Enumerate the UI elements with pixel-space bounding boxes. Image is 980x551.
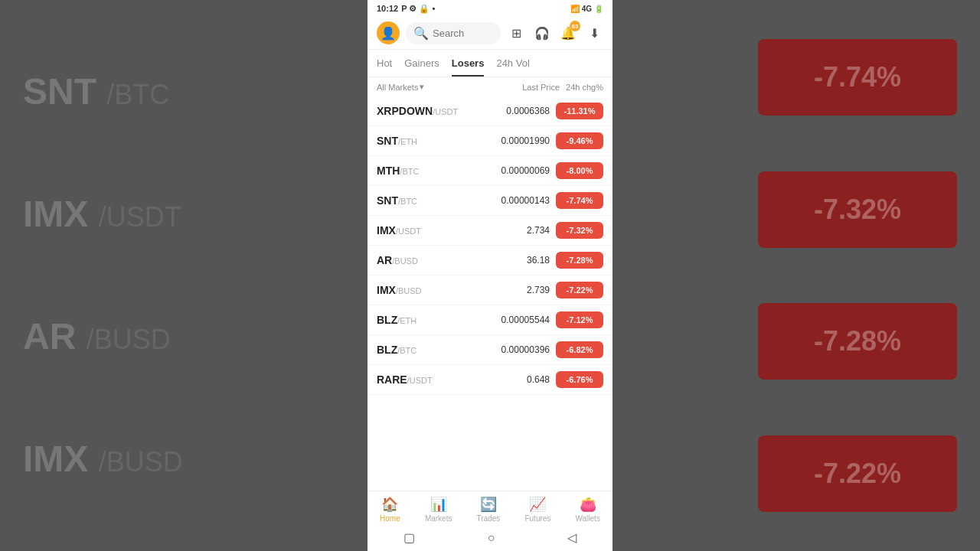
table-row[interactable]: AR/BUSD 36.18 -7.28% (368, 246, 612, 276)
qr-icon[interactable]: ⊞ (507, 24, 525, 42)
table-row[interactable]: IMX/BUSD 2.739 -7.22% (368, 276, 612, 305)
table-row[interactable]: RARE/USDT 0.648 -6.76% (368, 365, 612, 395)
bg-badge-3: -7.28% (758, 303, 957, 380)
futures-icon: 📈 (529, 496, 546, 513)
nav-futures[interactable]: 📈 Futures (524, 496, 550, 523)
table-row[interactable]: SNT/BTC 0.00000143 -7.74% (368, 186, 612, 216)
coin-price: 0.648 (481, 374, 550, 385)
trades-icon: 🔄 (480, 496, 497, 513)
tab-gainers[interactable]: Gainers (404, 54, 439, 77)
bg-text-1: SNT /BTC (23, 70, 169, 114)
status-time: 10:12 (377, 4, 398, 13)
nav-trades[interactable]: 🔄 Trades (477, 496, 501, 523)
coin-name: AR/BUSD (377, 253, 481, 267)
download-icon[interactable]: ⬇ (585, 24, 603, 42)
coin-price: 2.734 (481, 225, 550, 236)
bg-text-3: AR /BUSD (23, 315, 171, 359)
tab-hot[interactable]: Hot (377, 54, 392, 77)
change-badge: -6.82% (556, 341, 603, 358)
market-list: XRPDOWN/USDT 0.0006368 -11.31% SNT/ETH 0… (368, 96, 612, 491)
change-badge: -7.28% (556, 252, 603, 269)
tab-losers[interactable]: Losers (452, 54, 485, 77)
24h-chg-header: 24h chg% (566, 83, 603, 92)
bg-text-2: IMX /USDT (23, 192, 181, 236)
coin-name: SNT/ETH (377, 134, 481, 148)
coin-name: BLZ/ETH (377, 313, 481, 327)
android-square-btn[interactable]: ▢ (403, 530, 415, 545)
chevron-down-icon: ▾ (420, 82, 424, 92)
top-icons: ⊞ 🎧 🔔 83 ⬇ (507, 24, 603, 42)
filter-row: All Markets ▾ Last Price 24h chg% (368, 77, 612, 96)
table-row[interactable]: XRPDOWN/USDT 0.0006368 -11.31% (368, 96, 612, 126)
coin-name: SNT/BTC (377, 194, 481, 207)
change-badge: -7.22% (556, 282, 603, 298)
background-right: -7.74% -7.32% -7.28% -7.22% (735, 0, 980, 551)
search-bar-container[interactable]: 🔍 (406, 22, 501, 44)
headset-icon[interactable]: 🎧 (533, 24, 551, 42)
table-row[interactable]: MTH/BTC 0.00000069 -8.00% (368, 156, 612, 186)
market-tabs: Hot Gainers Losers 24h Vol (368, 50, 612, 77)
column-headers: Last Price 24h chg% (522, 83, 603, 92)
coin-name: IMX/BUSD (377, 283, 481, 297)
coin-name: RARE/USDT (377, 373, 481, 386)
last-price-header: Last Price (522, 83, 560, 92)
change-badge: -8.00% (556, 162, 603, 179)
coin-price: 36.18 (481, 255, 550, 266)
bg-badge-1: -7.74% (758, 39, 957, 116)
change-badge: -7.74% (556, 192, 603, 209)
all-markets-filter[interactable]: All Markets ▾ (377, 82, 424, 92)
phone-screen: 10:12 P ⚙ 🔒 • 📶 4G 🔋 👤 🔍 ⊞ 🎧 🔔 83 ⬇ Hot … (368, 0, 612, 551)
search-input[interactable] (433, 28, 493, 39)
coin-price: 0.00001990 (481, 135, 550, 146)
search-icon: 🔍 (413, 26, 429, 41)
bg-text-4: IMX /BUSD (23, 437, 183, 481)
status-bar: 10:12 P ⚙ 🔒 • 📶 4G 🔋 (368, 0, 612, 17)
coin-price: 2.739 (481, 285, 550, 295)
markets-icon: 📊 (430, 496, 447, 513)
status-icons: P ⚙ 🔒 • (401, 4, 435, 14)
table-row[interactable]: BLZ/BTC 0.00000396 -6.82% (368, 335, 612, 365)
bottom-nav: 🏠 Home 📊 Markets 🔄 Trades 📈 Futures 👛 Wa… (368, 491, 612, 526)
change-badge: -7.12% (556, 311, 603, 328)
coin-price: 0.00005544 (481, 315, 550, 325)
bg-badge-2: -7.32% (758, 171, 957, 248)
top-bar: 👤 🔍 ⊞ 🎧 🔔 83 ⬇ (368, 17, 612, 50)
android-back-btn[interactable]: ◁ (567, 530, 577, 545)
coin-price: 0.00000396 (481, 344, 550, 355)
user-avatar[interactable]: 👤 (377, 21, 400, 44)
bg-badge-4: -7.22% (758, 435, 957, 512)
background-left: SNT /BTC IMX /USDT AR /BUSD IMX /BUSD (0, 0, 368, 551)
nav-markets[interactable]: 📊 Markets (425, 496, 452, 523)
coin-price: 0.0006368 (481, 106, 550, 116)
coin-name: BLZ/BTC (377, 343, 481, 357)
nav-wallets[interactable]: 👛 Wallets (575, 496, 599, 523)
change-badge: -6.76% (556, 371, 603, 388)
android-circle-btn[interactable]: ○ (488, 531, 495, 545)
table-row[interactable]: IMX/USDT 2.734 -7.32% (368, 216, 612, 246)
coin-name: XRPDOWN/USDT (377, 104, 481, 118)
android-nav-bar: ▢ ○ ◁ (368, 526, 612, 551)
home-icon: 🏠 (381, 496, 398, 513)
notification-icon[interactable]: 🔔 83 (559, 24, 577, 42)
notification-badge: 83 (570, 21, 580, 31)
coin-price: 0.00000143 (481, 195, 550, 206)
battery-icon: 🔋 (594, 5, 603, 13)
table-row[interactable]: BLZ/ETH 0.00005544 -7.12% (368, 305, 612, 335)
sim-icon: 📶 (570, 5, 580, 13)
status-right: 📶 4G 🔋 (570, 5, 603, 13)
coin-name: IMX/USDT (377, 223, 481, 237)
table-row[interactable]: SNT/ETH 0.00001990 -9.46% (368, 126, 612, 156)
status-left: 10:12 P ⚙ 🔒 • (377, 4, 435, 14)
coin-name: MTH/BTC (377, 164, 481, 178)
change-badge: -9.46% (556, 132, 603, 149)
coin-price: 0.00000069 (481, 165, 550, 176)
network-text: 4G (582, 5, 592, 13)
change-badge: -7.32% (556, 222, 603, 239)
tab-24vol[interactable]: 24h Vol (496, 54, 529, 77)
change-badge: -11.31% (556, 103, 603, 119)
nav-home[interactable]: 🏠 Home (380, 496, 400, 523)
wallets-icon: 👛 (580, 496, 596, 513)
